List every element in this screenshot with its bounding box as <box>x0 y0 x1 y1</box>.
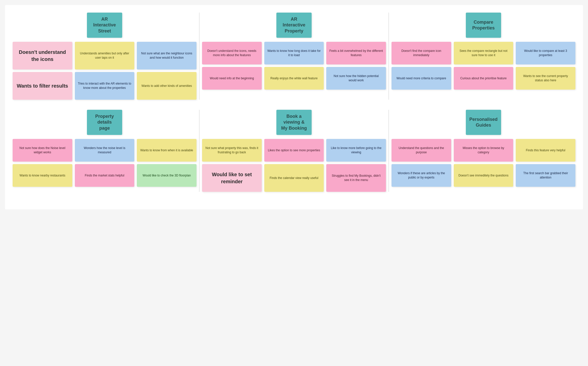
note-ar-interactive-property-0: Doesn't understand the icons, needs more… <box>202 42 262 64</box>
note-ar-interactive-property-5: Not sure how the hidden potential would … <box>326 67 386 90</box>
section-book-viewing: Book a viewing & My BookingNot sure what… <box>202 110 386 192</box>
section-property-details-page: Property details pageNot sure how does t… <box>13 110 197 192</box>
note-ar-interactive-property-3: Would need info at the beginning <box>202 67 262 90</box>
note-property-details-page-2: Wants to know from when it is available <box>137 139 197 162</box>
header-note-ar-interactive-property: AR Interactive Property <box>276 13 312 38</box>
note-property-details-page-5: Would like to check the 3D floorplan <box>137 164 197 187</box>
divider-1 <box>199 13 200 100</box>
header-note-compare-properties: Compare Properties <box>466 13 501 38</box>
notes-grid-book-viewing: Not sure what property this was, finds i… <box>202 139 386 192</box>
section-header-compare-properties: Compare Properties <box>391 13 575 38</box>
note-compare-properties-2: Would like to compare at least 3 propert… <box>516 42 575 64</box>
note-book-viewing-3: Would like to set reminder <box>202 164 262 192</box>
note-property-details-page-4: Finds the market stats helpful <box>75 164 135 187</box>
note-compare-properties-1: Sees the compare rectangle but not sure … <box>454 42 513 64</box>
note-book-viewing-0: Not sure what property this was, finds i… <box>202 139 262 162</box>
notes-grid-personalised-guides: Understand the questions and the purpose… <box>391 139 575 187</box>
notes-grid-ar-interactive-property: Doesn't understand the icons, needs more… <box>202 42 386 90</box>
header-note-book-viewing: Book a viewing & My Booking <box>276 110 312 135</box>
note-personalised-guides-0: Understand the questions and the purpose <box>391 139 451 162</box>
divider-1 <box>199 110 200 192</box>
note-ar-interactive-street-1: Understands amenities but only after use… <box>75 42 135 69</box>
notes-grid-property-details-page: Not sure how does the Noise level widget… <box>13 139 197 187</box>
section-header-ar-interactive-property: AR Interactive Property <box>202 13 386 38</box>
divider-2 <box>388 13 389 100</box>
header-note-property-details-page: Property details page <box>87 110 122 135</box>
note-personalised-guides-2: Finds this feature very helpful <box>516 139 575 162</box>
row-2: Property details pageNot sure how does t… <box>13 110 575 192</box>
note-ar-interactive-property-4: Really enjoys the white wall feature <box>264 67 324 90</box>
note-compare-properties-0: Doesn't find the compare icon immediatel… <box>391 42 451 64</box>
section-compare-properties: Compare PropertiesDoesn't find the compa… <box>391 13 575 100</box>
note-compare-properties-4: Curious about the prioritise feature <box>454 67 513 90</box>
divider-2 <box>388 110 389 192</box>
note-ar-interactive-street-2: Not sure what are the neighbour icons an… <box>137 42 197 69</box>
note-ar-interactive-property-2: Feels a bit overwhelmed by the different… <box>326 42 386 64</box>
note-ar-interactive-property-1: Wants to know how long does it take for … <box>264 42 324 64</box>
note-property-details-page-1: Wonders how the noise level is measured <box>75 139 135 162</box>
header-note-ar-interactive-street: AR Interactive Street <box>87 13 122 38</box>
note-book-viewing-2: Like to know more before going to the vi… <box>326 139 386 162</box>
note-property-details-page-0: Not sure how does the Noise level widget… <box>13 139 72 162</box>
notes-grid-ar-interactive-street: Doesn't understand the iconsUnderstands … <box>13 42 197 100</box>
note-ar-interactive-street-5: Wants to add other kinds of amenities <box>137 72 197 100</box>
note-compare-properties-3: Would need more criteria to compare <box>391 67 451 90</box>
row-1: AR Interactive StreetDoesn't understand … <box>13 13 575 100</box>
note-personalised-guides-3: Wonders if these are articles by the pub… <box>391 164 451 187</box>
section-header-book-viewing: Book a viewing & My Booking <box>202 110 386 135</box>
note-ar-interactive-street-3: Wants to filter results <box>13 72 72 100</box>
note-property-details-page-3: Wants to know nearby restaurants <box>13 164 72 187</box>
note-book-viewing-5: Struggles to find My Bookings, didn't se… <box>326 164 386 192</box>
note-book-viewing-1: Likes the option to see more properties <box>264 139 324 162</box>
note-personalised-guides-5: The first search bar grabbed their atten… <box>516 164 575 187</box>
section-ar-interactive-property: AR Interactive PropertyDoesn't understan… <box>202 13 386 100</box>
section-header-personalised-guides: Personalised Guides <box>391 110 575 135</box>
section-header-ar-interactive-street: AR Interactive Street <box>13 13 197 38</box>
note-ar-interactive-street-4: Tries to interact with the AR elements t… <box>75 72 135 100</box>
note-ar-interactive-street-0: Doesn't understand the icons <box>13 42 72 69</box>
note-personalised-guides-4: Doesn't see immeditely the questions <box>454 164 513 187</box>
note-compare-properties-5: Wants to see the current property status… <box>516 67 575 90</box>
note-personalised-guides-1: Misses the option to browse by category <box>454 139 513 162</box>
board: AR Interactive StreetDoesn't understand … <box>5 5 583 209</box>
note-book-viewing-4: Finds the calendar view really useful <box>264 164 324 192</box>
section-personalised-guides: Personalised GuidesUnderstand the questi… <box>391 110 575 192</box>
header-note-personalised-guides: Personalised Guides <box>466 110 501 135</box>
section-header-property-details-page: Property details page <box>13 110 197 135</box>
section-ar-interactive-street: AR Interactive StreetDoesn't understand … <box>13 13 197 100</box>
notes-grid-compare-properties: Doesn't find the compare icon immediatel… <box>391 42 575 90</box>
